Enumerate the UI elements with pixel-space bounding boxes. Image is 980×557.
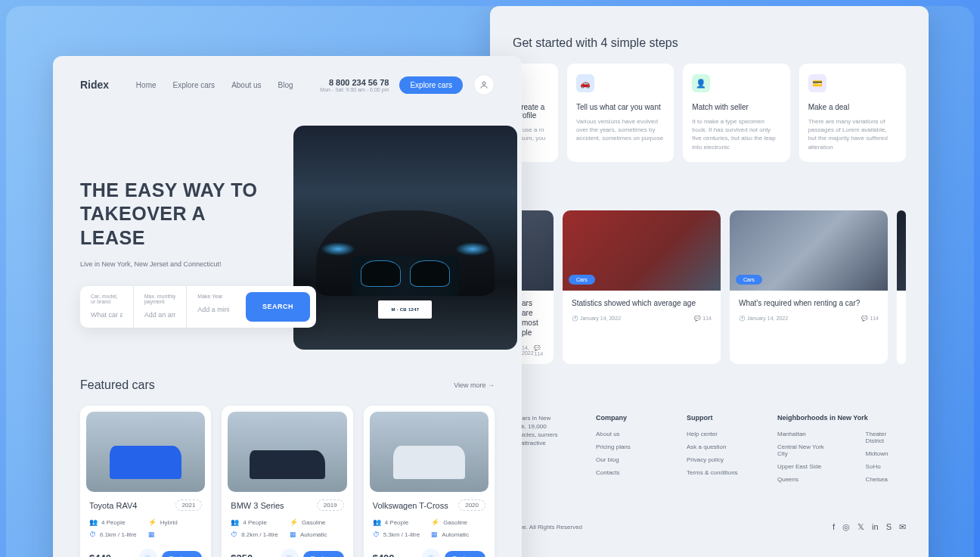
footer-link[interactable]: Our blog bbox=[596, 456, 656, 463]
car-card: BMW 3 Series2019 👥4 People ⚡Gasoline ⏱8.… bbox=[222, 406, 352, 557]
people-icon: 👥 bbox=[89, 518, 98, 526]
explore-cars-button[interactable]: Explore cars bbox=[399, 76, 463, 94]
nav-explore[interactable]: Explore cars bbox=[173, 81, 216, 89]
car-thumb[interactable] bbox=[86, 412, 205, 492]
footer-link[interactable]: Ask a question bbox=[687, 443, 747, 450]
view-more-link[interactable]: View more → bbox=[454, 381, 495, 389]
trans-icon: ▦ bbox=[290, 531, 296, 538]
year-badge: 2021 bbox=[175, 499, 203, 511]
gauge-icon: ⏱ bbox=[373, 531, 380, 538]
license-plate: M · CB 1247 bbox=[378, 300, 432, 319]
favorite-button[interactable]: ♡ bbox=[422, 549, 440, 557]
car-name: BMW 3 Series bbox=[231, 501, 284, 510]
search-button[interactable]: SEARCH bbox=[246, 292, 310, 322]
featured-cars: Toyota RAV42021 👥4 People ⚡Hybrid ⏱6.1km… bbox=[80, 406, 495, 557]
hours: Mon - Sat: 9:00 am - 6:00 pm bbox=[320, 87, 389, 92]
phone-block: 8 800 234 56 78 Mon - Sat: 9:00 am - 6:0… bbox=[320, 78, 389, 92]
footer-link[interactable]: SoHo bbox=[866, 463, 906, 470]
search-bar: Car, model, or brand Max. monthly paymen… bbox=[80, 286, 316, 328]
year-badge: 2020 bbox=[458, 499, 485, 511]
car-thumb[interactable] bbox=[228, 412, 346, 492]
search-input-year[interactable] bbox=[197, 306, 229, 313]
user-icon-button[interactable] bbox=[473, 74, 495, 95]
gauge-icon: ⏱ bbox=[89, 531, 96, 538]
blog-row: ars are most ple 14, 2022💬 114 Cars Stat… bbox=[513, 210, 906, 364]
header: Ridex Home Explore cars About us Blog 8 … bbox=[80, 74, 495, 95]
year-badge: 2019 bbox=[317, 499, 344, 511]
footer-link[interactable]: Midtown bbox=[866, 450, 906, 457]
blog-image bbox=[897, 210, 906, 291]
step-card: 🚗 Tell us what car you want Various vers… bbox=[567, 64, 674, 162]
steps-row: Create a profile to use a m Ipsum, you 🚗… bbox=[513, 64, 906, 162]
search-label-model: Car, model, or brand bbox=[91, 294, 122, 304]
fuel-icon: ⚡ bbox=[148, 518, 157, 526]
footer-link[interactable]: Contacts bbox=[596, 469, 656, 476]
featured-title: Featured cars bbox=[80, 378, 155, 392]
fuel-icon: ⚡ bbox=[290, 518, 298, 526]
fuel-icon: ⚡ bbox=[431, 518, 439, 526]
hero-image: M · CB 1247 bbox=[293, 126, 517, 350]
user-icon: 👤 bbox=[692, 74, 710, 92]
step-card: 👤 Match with seller It to make a type sp… bbox=[683, 64, 789, 162]
footer-link[interactable]: Theater District bbox=[866, 431, 906, 444]
footer-link[interactable]: Privacy policy bbox=[687, 456, 747, 463]
trans-icon: ▦ bbox=[431, 531, 438, 538]
nav: Home Explore cars About us Blog bbox=[136, 81, 293, 89]
step-card: 💳 Make a deal There are many variations … bbox=[799, 64, 906, 162]
footer-link[interactable]: About us bbox=[596, 431, 656, 437]
blog-card[interactable]: Cars What's required when renting a car?… bbox=[730, 210, 888, 364]
footer-col-neighborhoods: Neighborhoods in New York Manhattan Cent… bbox=[777, 414, 906, 489]
footer-link[interactable]: Central New York City bbox=[777, 443, 836, 457]
rent-button[interactable]: Rent now bbox=[303, 551, 344, 558]
back-panel: Get started with 4 simple steps Create a… bbox=[490, 6, 929, 557]
favorite-button[interactable]: ♡ bbox=[281, 549, 299, 557]
instagram-icon[interactable]: ◎ bbox=[842, 522, 850, 532]
footer-link[interactable]: Manhattan bbox=[777, 431, 836, 437]
skype-icon[interactable]: S bbox=[886, 522, 892, 532]
facebook-icon[interactable]: f bbox=[833, 522, 835, 532]
car-thumb[interactable] bbox=[370, 412, 488, 492]
search-label-payment: Max. monthly payment bbox=[144, 294, 176, 304]
favorite-button[interactable]: ♡ bbox=[139, 549, 157, 557]
blog-image: Cars bbox=[563, 210, 721, 291]
rent-button[interactable]: Rent now bbox=[162, 551, 203, 558]
people-icon: 👥 bbox=[373, 518, 381, 526]
footer: al cars in New York. 19,000 vehicles, su… bbox=[513, 414, 906, 532]
car-price: $350 / month bbox=[231, 552, 275, 558]
blog-badge: Cars bbox=[736, 275, 762, 285]
car-name: Volkswagen T-Cross bbox=[373, 501, 448, 510]
footer-link[interactable]: Pricing plans bbox=[596, 443, 656, 450]
people-icon: 👥 bbox=[231, 518, 239, 526]
nav-about[interactable]: About us bbox=[231, 81, 261, 89]
footer-link[interactable]: Chelsea bbox=[866, 476, 906, 483]
front-panel: Ridex Home Explore cars About us Blog 8 … bbox=[53, 56, 522, 557]
trans-icon: ▦ bbox=[148, 531, 155, 538]
mail-icon[interactable]: ✉ bbox=[899, 522, 906, 532]
footer-col-company: Company About us Pricing plans Our blog … bbox=[596, 414, 656, 489]
search-input-model[interactable] bbox=[91, 311, 122, 319]
social-links: f ◎ 𝕏 in S ✉ bbox=[833, 522, 906, 532]
footer-link[interactable]: Queens bbox=[777, 476, 836, 483]
search-input-payment[interactable] bbox=[144, 311, 176, 319]
phone-number: 8 800 234 56 78 bbox=[320, 78, 389, 87]
nav-home[interactable]: Home bbox=[136, 81, 157, 89]
logo[interactable]: Ridex bbox=[80, 79, 109, 91]
blog-image: Cars bbox=[730, 210, 888, 291]
car-price: $440 / month bbox=[89, 552, 134, 558]
steps-title: Get started with 4 simple steps bbox=[513, 36, 906, 50]
copyright: adee. All Rights Reserved bbox=[513, 524, 582, 531]
twitter-icon[interactable]: 𝕏 bbox=[858, 522, 864, 532]
footer-link[interactable]: Help center bbox=[687, 431, 747, 437]
linkedin-icon[interactable]: in bbox=[872, 522, 879, 532]
footer-link[interactable]: Terms & conditions bbox=[687, 469, 747, 476]
nav-blog[interactable]: Blog bbox=[278, 81, 293, 89]
footer-link[interactable]: Upper East Side bbox=[777, 463, 836, 470]
rent-button[interactable]: Rent now bbox=[445, 551, 485, 558]
blog-card[interactable] bbox=[897, 210, 906, 364]
blog-badge: Cars bbox=[569, 275, 595, 285]
blog-card[interactable]: Cars Statistics showed which average age… bbox=[563, 210, 721, 364]
hero: THE EASY WAY TOTAKEOVER A LEASE Live in … bbox=[80, 126, 495, 350]
car-icon: 🚗 bbox=[576, 74, 594, 92]
card-icon: 💳 bbox=[808, 74, 826, 92]
footer-col-support: Support Help center Ask a question Priva… bbox=[687, 414, 747, 489]
